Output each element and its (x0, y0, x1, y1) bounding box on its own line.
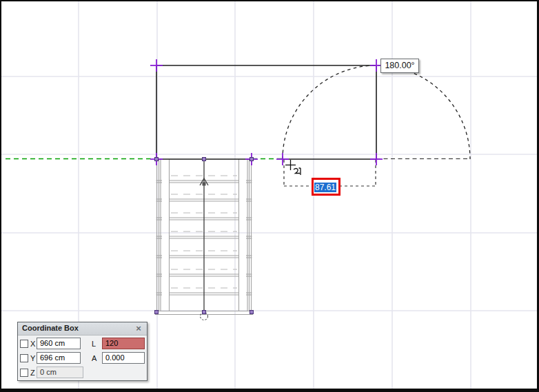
x-axis-label: X (30, 340, 35, 348)
angle-tracker-tooltip: 180.00° (380, 59, 419, 73)
coordinate-box-palette: Coordinate Box × X 960 cm L 120 Y 696 cm… (17, 322, 148, 381)
wall-outline (156, 65, 376, 159)
selection-handle[interactable] (250, 311, 254, 314)
z-axis-checkbox[interactable] (20, 369, 28, 377)
drawing-stage: 180.00° 87.61 Coordinate Box × X 960 cm … (1, 1, 537, 389)
x-axis-checkbox[interactable] (20, 340, 28, 348)
crosshair-cursor-icon (285, 160, 301, 175)
length-field[interactable]: 120 (102, 338, 145, 349)
selection-handle[interactable] (155, 158, 159, 161)
z-coordinate-field: 0 cm (37, 367, 83, 378)
selection-handle[interactable] (203, 311, 206, 314)
palette-title: Coordinate Box (22, 324, 79, 332)
selection-handle[interactable] (250, 158, 254, 161)
selection-handle[interactable] (155, 311, 159, 314)
angle-field-label: A (92, 354, 96, 362)
cad-drawing-window: 180.00° 87.61 Coordinate Box × X 960 cm … (0, 0, 539, 392)
edit-hotspots[interactable] (150, 59, 383, 314)
x-coordinate-field[interactable]: 960 cm (37, 338, 81, 349)
length-selected-text: 87.61 (314, 183, 336, 192)
length-tracker-input[interactable]: 87.61 (312, 178, 340, 196)
selection-handle[interactable] (203, 158, 206, 161)
length-field-label: L (92, 340, 96, 348)
z-axis-label: Z (30, 369, 35, 377)
angle-field[interactable]: 0.000 (102, 352, 145, 364)
close-icon[interactable]: × (134, 323, 143, 333)
y-coordinate-field[interactable]: 696 cm (37, 352, 81, 364)
y-axis-label: Y (30, 354, 35, 362)
palette-titlebar[interactable]: Coordinate Box × (18, 322, 147, 336)
y-axis-checkbox[interactable] (20, 354, 28, 362)
staircase-symbol (155, 159, 253, 320)
